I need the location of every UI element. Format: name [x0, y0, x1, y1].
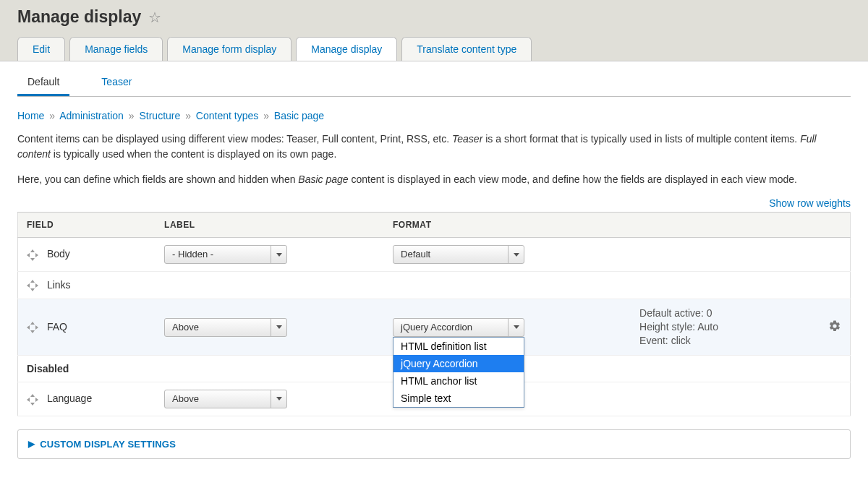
field-name: Body [47, 248, 70, 260]
subtab-label: Default [27, 76, 59, 87]
help-span: is a short format that is typically used… [482, 133, 800, 145]
tab-manage-fields[interactable]: Manage fields [69, 37, 163, 61]
tab-label: Manage fields [85, 43, 148, 55]
page-title-row: Manage display ☆ [0, 7, 868, 37]
gear-icon[interactable] [828, 323, 841, 335]
svg-marker-12 [30, 394, 35, 397]
svg-marker-3 [35, 253, 38, 257]
display-table: FIELD LABEL FORMAT Body - Hidden - [17, 212, 851, 416]
breadcrumb-link[interactable]: Home [17, 110, 44, 121]
table-row: Body - Hidden - Default [18, 238, 851, 272]
summary-line: Height style: Auto [639, 320, 811, 334]
custom-display-settings-panel: ▶ CUSTOM DISPLAY SETTINGS [17, 429, 851, 459]
th-format: FORMAT [384, 213, 631, 238]
label-select[interactable]: Above [164, 390, 287, 408]
show-row-weights-link[interactable]: Show row weights [769, 197, 851, 209]
help-span: Here, you can define which fields are sh… [17, 173, 298, 185]
chevron-down-icon [271, 390, 286, 408]
help-span: content is displayed in each view mode, … [349, 173, 797, 185]
chevron-down-icon [508, 319, 524, 336]
svg-marker-15 [35, 398, 38, 402]
select-value: - Hidden - [172, 249, 213, 260]
subtab-label: Teaser [101, 76, 132, 87]
tab-label: Manage display [311, 43, 382, 55]
details-summary[interactable]: ▶ CUSTOM DISPLAY SETTINGS [18, 430, 850, 458]
tab-label: Edit [33, 43, 50, 55]
help-em: Basic page [298, 173, 348, 185]
breadcrumb-link[interactable]: Content types [196, 110, 258, 121]
svg-marker-0 [30, 249, 35, 252]
select-value: Default [401, 249, 430, 260]
svg-marker-9 [30, 330, 35, 333]
svg-marker-6 [27, 283, 30, 288]
drag-handle-icon[interactable] [27, 280, 38, 291]
svg-marker-8 [30, 322, 35, 325]
breadcrumb: Home » Administration » Structure » Cont… [17, 110, 851, 121]
svg-marker-14 [27, 398, 30, 402]
chevron-down-icon [271, 246, 286, 263]
chevron-down-icon [271, 319, 286, 336]
star-icon[interactable]: ☆ [148, 10, 161, 25]
svg-marker-1 [30, 258, 35, 261]
th-summary [631, 213, 820, 238]
page-title: Manage display [17, 7, 141, 27]
drag-handle-icon[interactable] [27, 249, 38, 261]
subtab-teaser[interactable]: Teaser [91, 66, 142, 96]
drag-handle-icon[interactable] [27, 322, 38, 333]
table-row: Links [18, 272, 851, 299]
breadcrumb-link[interactable]: Structure [139, 110, 180, 121]
subtab-default[interactable]: Default [17, 66, 69, 96]
tab-manage-display[interactable]: Manage display [296, 37, 397, 61]
chevron-down-icon [508, 246, 524, 263]
primary-tabs: Edit Manage fields Manage form display M… [0, 37, 868, 61]
svg-marker-11 [35, 325, 38, 330]
format-dropdown[interactable]: HTML definition list jQuery Accordion HT… [393, 337, 524, 408]
breadcrumb-link[interactable]: Basic page [274, 110, 324, 121]
svg-marker-4 [30, 280, 35, 283]
field-name: Links [47, 279, 71, 291]
format-select-wrap: jQuery Accordion HTML definition list jQ… [393, 318, 524, 337]
breadcrumb-separator: » [47, 110, 57, 121]
dropdown-option[interactable]: Simple text [393, 390, 524, 407]
tab-manage-form-display[interactable]: Manage form display [167, 37, 292, 61]
dropdown-option[interactable]: HTML anchor list [393, 372, 524, 390]
label-select[interactable]: Above [164, 318, 287, 337]
tab-translate-content-type[interactable]: Translate content type [401, 37, 532, 61]
formatter-summary: Default active: 0 Height style: Auto Eve… [631, 299, 820, 356]
field-name: Language [47, 393, 92, 404]
select-value: Above [172, 393, 199, 404]
help-text-1: Content items can be displayed using dif… [17, 132, 851, 162]
help-span: is typically used when the content is di… [51, 148, 336, 160]
th-label: LABEL [156, 213, 384, 238]
format-select[interactable]: jQuery Accordion [393, 318, 524, 337]
summary-line: Default active: 0 [639, 306, 811, 320]
row-weights-row: Show row weights [17, 197, 851, 209]
svg-marker-7 [35, 283, 38, 288]
field-name: FAQ [47, 321, 67, 333]
select-value: Above [172, 322, 199, 333]
dropdown-option[interactable]: HTML definition list [393, 338, 524, 355]
details-title: CUSTOM DISPLAY SETTINGS [40, 439, 176, 450]
dropdown-option[interactable]: jQuery Accordion [393, 355, 524, 372]
svg-marker-5 [30, 288, 35, 291]
tab-label: Translate content type [417, 43, 516, 55]
summary-line: Event: click [639, 334, 811, 348]
breadcrumb-separator: » [261, 110, 271, 121]
breadcrumb-separator: » [183, 110, 193, 121]
triangle-right-icon: ▶ [28, 440, 35, 448]
breadcrumb-link[interactable]: Administration [59, 110, 124, 121]
content-region: Default Teaser Home » Administration » S… [0, 66, 868, 476]
secondary-tabs: Default Teaser [17, 66, 851, 97]
help-text-2: Here, you can define which fields are sh… [17, 172, 851, 187]
drag-handle-icon[interactable] [27, 394, 38, 406]
th-ops [820, 213, 851, 238]
breadcrumb-separator: » [127, 110, 137, 121]
header-bar: Manage display ☆ Edit Manage fields Mana… [0, 0, 868, 61]
table-row: FAQ Above jQuery Accordion [18, 299, 851, 356]
tab-edit[interactable]: Edit [17, 37, 65, 61]
tab-label: Manage form display [182, 43, 276, 55]
help-em: Teaser [452, 133, 482, 145]
label-select[interactable]: - Hidden - [164, 245, 287, 264]
format-select[interactable]: Default [393, 245, 524, 264]
svg-marker-2 [27, 253, 30, 257]
